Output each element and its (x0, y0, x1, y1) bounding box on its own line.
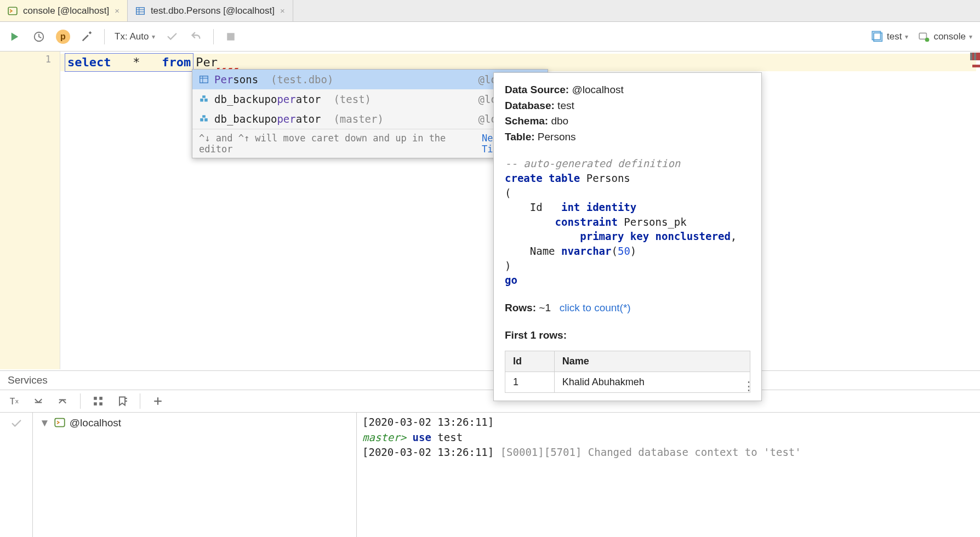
session-icon (918, 31, 930, 43)
preview-col-name: Name (554, 351, 750, 372)
datasource-icon (54, 417, 65, 428)
schema-icon (871, 31, 884, 43)
preview-cell: Khalid Abuhakmeh (554, 372, 750, 393)
accept-icon[interactable] (10, 417, 23, 430)
close-icon[interactable]: × (115, 6, 119, 15)
services-panel: Services Tx ▼ @localhost [2020-03-02 13:… (0, 370, 980, 537)
rows-label: Rows: (505, 302, 536, 313)
services-toolbar: Tx (0, 390, 980, 413)
editor-toolbar: p Tx: Auto ▾ test ▾ console ▾ (0, 22, 980, 52)
meta-label: Schema: (505, 115, 548, 127)
meta-label: Table: (505, 131, 535, 142)
pending-badge[interactable]: p (56, 30, 70, 44)
tree-collapse-icon[interactable]: ▼ (39, 417, 50, 429)
ac-hint: (test.dbo) (271, 73, 333, 85)
tx-mode-dropdown[interactable]: Tx: Auto ▾ (115, 31, 155, 42)
svg-rect-15 (204, 99, 208, 102)
history-button[interactable] (32, 30, 46, 44)
chevron-down-icon: ▾ (905, 33, 908, 41)
ddl-preview: -- auto-generated definition create tabl… (505, 156, 750, 287)
tx-mode-label: Tx: Auto (115, 31, 149, 42)
preview-col-id: Id (505, 351, 555, 372)
ac-match: per (277, 93, 295, 105)
preview-table: Id Name 1 Khalid Abuhakmeh (505, 351, 750, 393)
meta-value: dbo (551, 115, 568, 127)
ac-footer-hint: ^↓ and ^↑ will move caret down and up in… (199, 133, 475, 155)
tree-node-label: @localhost (70, 417, 121, 429)
more-icon[interactable]: ⋮ (743, 378, 755, 395)
console-icon (8, 6, 18, 16)
table-icon (199, 75, 209, 84)
commit-button[interactable] (165, 30, 179, 44)
quick-doc-popup: Data Source: @localhost Database: test S… (493, 72, 762, 401)
sql-star: * (133, 55, 140, 69)
table-row: 1 Khalid Abuhakmeh (505, 372, 750, 393)
bookmarks-button[interactable] (116, 395, 129, 408)
svg-rect-22 (94, 402, 97, 405)
ac-match: Per (214, 73, 233, 85)
svg-rect-9 (920, 33, 927, 39)
table-icon (135, 6, 145, 16)
sql-keyword-select: select (67, 55, 111, 69)
ac-hint: (master) (333, 113, 384, 125)
svg-rect-17 (200, 118, 203, 122)
role-icon (199, 94, 209, 104)
session-selector-label: console (933, 31, 966, 42)
sql-keyword-from: from (162, 55, 191, 69)
chevron-down-icon: ▾ (152, 33, 155, 41)
analysis-pause-icon[interactable] (970, 53, 979, 61)
tab-bar: console [@localhost] × test.dbo.Persons … (0, 0, 980, 22)
session-selector[interactable]: console ▾ (918, 31, 972, 43)
svg-rect-6 (227, 33, 235, 41)
svg-rect-20 (94, 397, 97, 400)
close-icon[interactable]: × (280, 6, 285, 15)
ac-rest: ator (296, 93, 321, 105)
meta-label: Data Source: (505, 84, 569, 95)
meta-label: Database: (505, 100, 555, 111)
tab-console[interactable]: console [@localhost] × (0, 0, 128, 21)
tab-persons-label: test.dbo.Persons [@localhost] (151, 5, 275, 16)
services-log[interactable]: [2020-03-02 13:26:11] master> use test [… (356, 413, 980, 537)
run-button[interactable] (8, 30, 22, 44)
svg-rect-1 (136, 7, 145, 14)
rows-value: ~1 (539, 302, 551, 313)
svg-rect-16 (202, 95, 206, 98)
ac-pre: db_backupo (214, 93, 277, 105)
expand-button[interactable] (32, 395, 45, 408)
ac-match: per (277, 113, 295, 125)
svg-rect-11 (200, 76, 208, 83)
meta-value: Persons (538, 131, 576, 142)
error-stripe (976, 52, 980, 369)
collapse-button[interactable] (56, 395, 69, 408)
tab-persons[interactable]: test.dbo.Persons [@localhost] × (128, 0, 293, 21)
svg-rect-18 (204, 118, 208, 122)
tx-button[interactable]: Tx (8, 395, 21, 408)
tab-console-label: console [@localhost] (23, 5, 109, 16)
add-button[interactable] (151, 395, 164, 408)
role-icon (199, 114, 209, 124)
services-title: Services (0, 370, 980, 390)
services-tree[interactable]: ▼ @localhost (33, 413, 356, 537)
svg-rect-21 (99, 397, 102, 400)
ac-pre: db_backupo (214, 113, 277, 125)
preview-cell: 1 (505, 372, 555, 393)
svg-point-10 (925, 37, 930, 42)
sql-editor[interactable]: 1 select * from Per Persons (test.dbo) (0, 52, 980, 369)
ac-rest: ator (296, 113, 321, 125)
count-rows-link[interactable]: click to count(*) (560, 302, 631, 313)
schema-selector-label: test (887, 31, 902, 42)
svg-rect-14 (200, 99, 203, 102)
meta-value: test (557, 100, 574, 111)
svg-rect-23 (99, 402, 102, 405)
ac-hint: (test) (333, 93, 371, 105)
stop-button[interactable] (224, 30, 238, 44)
grid-button[interactable] (92, 395, 105, 408)
chevron-down-icon: ▾ (969, 33, 972, 41)
preview-label: First 1 rows: (505, 328, 750, 343)
rollback-button[interactable] (189, 30, 203, 44)
svg-rect-19 (202, 115, 206, 118)
settings-button[interactable] (80, 30, 94, 44)
editor-gutter: 1 (0, 52, 60, 369)
line-number: 1 (45, 54, 51, 65)
schema-selector[interactable]: test ▾ (871, 31, 908, 43)
